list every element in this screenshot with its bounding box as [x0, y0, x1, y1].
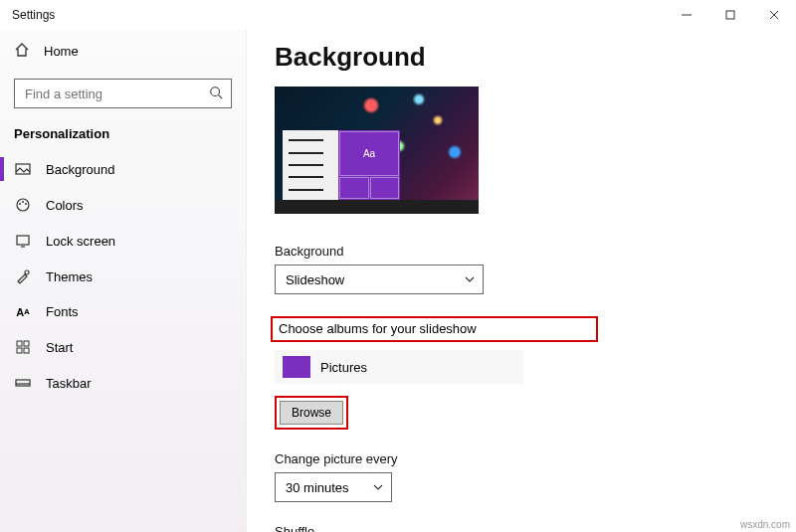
svg-point-7: [17, 199, 29, 211]
nav-item-lock-screen[interactable]: Lock screen: [0, 223, 246, 259]
svg-rect-14: [17, 341, 22, 346]
svg-point-8: [19, 203, 21, 205]
preview-taskbar: [275, 200, 479, 214]
main-pane: Background Aa Background Slideshow: [247, 30, 796, 532]
svg-rect-17: [24, 348, 29, 353]
background-dropdown-value: Slideshow: [286, 272, 344, 287]
svg-rect-6: [16, 164, 30, 174]
nav-item-themes[interactable]: Themes: [0, 259, 246, 294]
browse-highlight: Browse: [275, 396, 348, 430]
maximize-button[interactable]: [708, 0, 752, 30]
nav-item-label: Background: [46, 162, 114, 177]
close-icon: [769, 10, 779, 20]
section-label: Personalization: [0, 120, 246, 151]
search-input[interactable]: [23, 86, 209, 102]
svg-line-5: [219, 94, 223, 98]
minimize-icon: [682, 10, 692, 20]
font-icon: AA: [14, 306, 32, 318]
svg-point-4: [211, 87, 220, 95]
nav-item-label: Themes: [46, 269, 93, 284]
taskbar-icon: [14, 375, 32, 391]
change-picture-dropdown[interactable]: 30 minutes: [275, 472, 392, 502]
svg-rect-11: [17, 236, 29, 245]
home-icon: [14, 42, 30, 61]
nav-item-taskbar[interactable]: Taskbar: [0, 365, 246, 401]
sidebar: Home Personalization Background Colors: [0, 30, 247, 532]
home-link[interactable]: Home: [0, 34, 246, 69]
watermark: wsxdn.com: [740, 519, 790, 530]
close-button[interactable]: [752, 0, 796, 30]
nav-list: Background Colors Lock screen Themes: [0, 151, 246, 401]
svg-rect-16: [17, 348, 22, 353]
title-bar: Settings: [0, 0, 796, 30]
paint-icon: [14, 268, 32, 284]
change-picture-value: 30 minutes: [286, 480, 349, 495]
nav-item-label: Fonts: [46, 304, 79, 319]
search-input-container[interactable]: [14, 79, 232, 108]
nav-item-label: Taskbar: [46, 376, 92, 391]
nav-item-label: Start: [46, 340, 73, 355]
maximize-icon: [725, 10, 735, 20]
background-dropdown[interactable]: Slideshow: [275, 265, 484, 294]
palette-icon: [14, 197, 32, 213]
browse-button-label: Browse: [292, 406, 331, 420]
window-title: Settings: [12, 8, 55, 22]
nav-item-label: Lock screen: [46, 234, 115, 249]
choose-albums-highlight: Choose albums for your slideshow: [271, 316, 598, 342]
browse-button[interactable]: Browse: [280, 401, 343, 425]
page-title: Background: [275, 42, 796, 73]
svg-point-10: [25, 203, 27, 205]
nav-item-label: Colors: [46, 198, 84, 213]
background-dropdown-label: Background: [275, 244, 796, 259]
chevron-down-icon: [465, 272, 475, 287]
album-item[interactable]: Pictures: [275, 350, 523, 384]
choose-albums-label: Choose albums for your slideshow: [279, 321, 477, 336]
svg-rect-18: [16, 380, 30, 386]
preview-window: Aa: [283, 130, 400, 200]
svg-rect-1: [726, 11, 734, 19]
desktop-preview: Aa: [275, 87, 479, 214]
album-name: Pictures: [320, 360, 367, 375]
change-picture-label: Change picture every: [275, 451, 796, 466]
window-controls: [665, 0, 796, 30]
nav-item-colors[interactable]: Colors: [0, 187, 246, 223]
shuffle-label: Shuffle: [275, 524, 796, 532]
minimize-button[interactable]: [665, 0, 708, 30]
svg-point-13: [25, 270, 29, 274]
preview-tile-aa: Aa: [339, 131, 399, 176]
svg-rect-15: [24, 341, 29, 346]
nav-item-start[interactable]: Start: [0, 329, 246, 365]
svg-point-9: [22, 201, 24, 203]
nav-item-background[interactable]: Background: [0, 151, 246, 187]
nav-item-fonts[interactable]: AA Fonts: [0, 294, 246, 329]
lock-screen-icon: [14, 233, 32, 249]
chevron-down-icon: [373, 480, 383, 495]
album-thumbnail: [283, 356, 310, 378]
picture-icon: [14, 161, 32, 177]
search-icon: [209, 86, 223, 102]
home-label: Home: [44, 44, 79, 59]
start-icon: [14, 339, 32, 355]
